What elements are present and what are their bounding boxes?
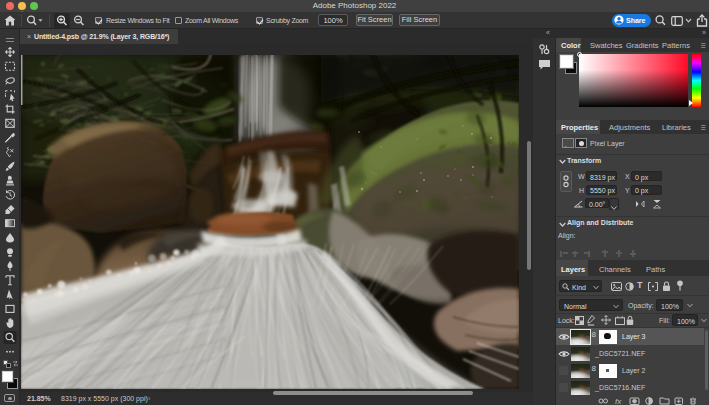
- svg-text:fx: fx: [615, 397, 622, 405]
